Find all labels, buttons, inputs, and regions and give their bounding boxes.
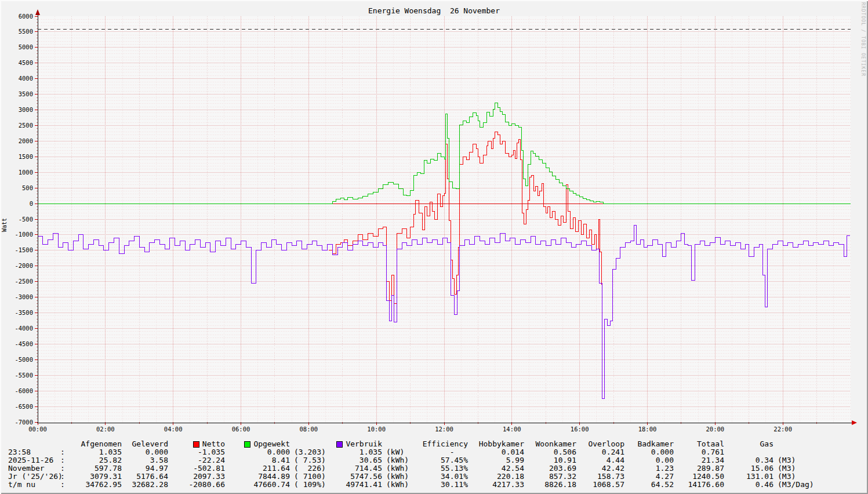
value-label: November [8, 464, 45, 473]
cell-netto: -2080.66 [168, 481, 225, 489]
cell-gas: 131.01 [724, 473, 773, 481]
cell-verbruik: Verbruik [326, 440, 382, 448]
cell-badkamer: 4.27 [624, 473, 674, 481]
value-verbruik: 1.035 [359, 448, 382, 456]
svg-text:-7000: -7000 [14, 419, 33, 426]
value-opgewekt_extra: ( 226) [294, 464, 326, 473]
cell-netto: -502.81 [168, 464, 225, 473]
table-row: t/m nu:34762.9532682.28-2080.6647660.74(… [8, 481, 830, 489]
svg-text:-6500: -6500 [14, 403, 33, 410]
cell-badkamer: 64.52 [624, 481, 674, 489]
value-overloop: 42.42 [602, 464, 624, 473]
value-verbruik_unit: (kWh) [386, 464, 409, 473]
header-efficiency: Efficiency [423, 440, 468, 448]
svg-text:-6000: -6000 [14, 387, 33, 394]
cell-verbruik: 714.45 [326, 464, 382, 473]
cell-afgenomen: 1.035 [66, 448, 122, 456]
cell-label: t/m nu [8, 481, 60, 489]
cell-efficiency: 57.45% [435, 456, 468, 464]
svg-text:16:00: 16:00 [571, 426, 589, 433]
summary-table: AfgenomenGeleverdNettoOpgewektVerbruikEf… [8, 440, 830, 489]
cell-efficiency: 55.13% [435, 464, 468, 473]
value-label: t/m nu [8, 481, 35, 489]
value-label: 23:58 [8, 448, 31, 456]
cell-totaal: 0.761 [674, 448, 724, 456]
value-overloop: 1068.57 [593, 481, 624, 489]
cell-netto: 2097.33 [168, 473, 225, 481]
cell-verbruik_unit: (kWh) [382, 456, 435, 464]
svg-text:500: 500 [22, 184, 33, 191]
cell-afgenomen: 3079.31 [66, 473, 122, 481]
table-row: Jr ('25/'26):3079.315176.642097.337844.8… [8, 473, 830, 481]
svg-text:-5000: -5000 [14, 356, 33, 363]
header-afgenomen: Afgenomen [81, 440, 122, 448]
svg-text:3500: 3500 [19, 90, 33, 97]
table-row: 23:58:1.0350.000-1.0350.000(3.203)1.035(… [8, 448, 830, 456]
cell-hobbykamer: 42.54 [468, 464, 524, 473]
cell-gas_unit [773, 440, 830, 448]
cell-woonkamer: 203.69 [524, 464, 576, 473]
svg-text:00:00: 00:00 [28, 426, 47, 433]
cell-afgenomen: 597.78 [66, 464, 122, 473]
table-row: 2025-11-26:25.823.58-22.248.41( 7.53)30.… [8, 456, 830, 464]
cell-efficiency: - [435, 448, 468, 456]
cell-gas: 0.46 [724, 481, 773, 489]
cell-opgewekt_extra: ( 109%) [290, 481, 326, 489]
cell-geleverd: 5176.64 [122, 473, 168, 481]
cell-colon: : [60, 464, 66, 473]
header-geleverd: Geleverd [132, 440, 168, 448]
value-verbruik_unit: (kWh) [386, 456, 409, 464]
svg-text:-4500: -4500 [14, 340, 33, 347]
svg-text:10:00: 10:00 [367, 426, 386, 433]
value-gas_unit: (M3/Dag) [778, 481, 814, 489]
cell-overloop: 158.73 [576, 473, 624, 481]
header-overloop: Overloop [588, 440, 624, 448]
cell-opgewekt: 7844.89 [225, 473, 290, 481]
cell-geleverd: 3.58 [122, 456, 168, 464]
cell-badkamer: 1.23 [624, 464, 674, 473]
cell-overloop: 0.241 [576, 448, 624, 456]
cell-totaal: Totaal [674, 440, 724, 448]
value-verbruik: 30.65 [359, 456, 382, 464]
svg-text:5500: 5500 [19, 28, 33, 35]
value-badkamer: 64.52 [651, 481, 674, 489]
cell-verbruik: 30.65 [326, 456, 382, 464]
cell-overloop: 4.44 [576, 456, 624, 464]
cell-verbruik: 5747.56 [326, 473, 382, 481]
cell-gas [724, 448, 773, 456]
cell-colon: : [60, 473, 66, 481]
cell-verbruik: 49741.41 [326, 481, 382, 489]
value-colon: : [60, 456, 65, 464]
value-afgenomen: 34762.95 [85, 481, 122, 489]
cell-gas: 15.06 [724, 464, 773, 473]
cell-badkamer: 0.00 [624, 456, 674, 464]
svg-text:0: 0 [30, 200, 33, 207]
table-header-row: AfgenomenGeleverdNettoOpgewektVerbruikEf… [8, 440, 830, 448]
value-opgewekt: 211.64 [263, 464, 290, 473]
svg-text:-3500: -3500 [14, 309, 33, 316]
cell-woonkamer: 0.506 [524, 448, 576, 456]
cell-efficiency: 34.01% [435, 473, 468, 481]
cell-woonkamer: 857.32 [524, 473, 576, 481]
value-colon: : [60, 464, 65, 473]
svg-text:18:00: 18:00 [638, 426, 657, 433]
svg-text:-1500: -1500 [14, 246, 33, 253]
value-gas_unit: (M3) [778, 473, 796, 481]
value-verbruik: 5747.56 [350, 473, 382, 481]
value-totaal: 289.87 [697, 464, 724, 473]
cell-efficiency: 30.11% [435, 481, 468, 489]
svg-text:-2500: -2500 [14, 278, 33, 285]
value-geleverd: 32682.28 [132, 481, 168, 489]
rrdtool-watermark: RRDTOOL / TOBI OETIKER [860, 2, 866, 77]
value-colon: : [60, 448, 65, 456]
cell-overloop: Overloop [576, 440, 624, 448]
header-woonkamer: Woonkamer [536, 440, 576, 448]
svg-text:6000: 6000 [19, 13, 33, 20]
value-gas_unit: (M3) [778, 464, 796, 473]
value-badkamer: 0.00 [656, 456, 674, 464]
value-opgewekt_extra: (3.203) [294, 448, 326, 456]
value-afgenomen: 597.78 [95, 464, 122, 473]
svg-text:4000: 4000 [19, 75, 33, 82]
cell-hobbykamer: 0.014 [468, 448, 524, 456]
cell-netto: -1.035 [168, 448, 225, 456]
